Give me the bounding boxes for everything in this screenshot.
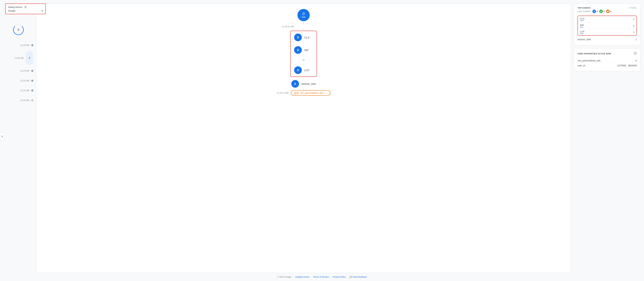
dropdown-arrow-icon: ▾ <box>42 10 43 12</box>
svg-point-3 <box>295 83 296 84</box>
gap-connector <box>304 56 304 56</box>
lcp-label: LCP <box>304 69 313 72</box>
param-row: 11:24:11 AM non_personalized_ads = ... <box>276 90 330 96</box>
time-1124: 11:24 AM <box>11 57 24 59</box>
dot-1121 <box>31 90 33 92</box>
footer: © 2024 Google | Analytics home | Terms o… <box>0 273 644 281</box>
param-icon <box>294 92 298 94</box>
prop-row-non-personalized: non_personalized_ads 0 <box>578 58 637 63</box>
flow-event-inp: INP <box>294 46 313 54</box>
session-count: 1 <box>636 38 637 41</box>
timeline-bubble-1124: 4 <box>26 51 33 65</box>
debug-panel: Debug Device 1 Google ▾ <box>5 4 46 14</box>
top-events-header: TOP EVENTS 4 TOTAL <box>578 7 637 9</box>
analytics-home-link[interactable]: Analytics home <box>295 276 309 278</box>
cls-name-col: CLS <box>580 17 584 21</box>
connector-line-2 <box>304 28 304 30</box>
event-type-badges: 4 0 0 <box>592 10 612 13</box>
connector-cls-inp <box>304 43 304 44</box>
timeline-entry-1123: 11:23 AM <box>4 66 33 76</box>
feedback-icon: 💬 <box>350 276 352 278</box>
prop-value-2: 1275305...3802935 <box>617 64 637 67</box>
svg-rect-8 <box>607 11 608 12</box>
badge-blue-count: 4 <box>597 10 598 13</box>
inp-count: 1 <box>633 24 634 27</box>
gap-connector-2 <box>304 64 304 64</box>
debug-label: Debug Device <box>8 6 22 8</box>
badge-blue: 4 <box>592 10 598 13</box>
session-start-icon <box>291 80 299 88</box>
debug-badge: 1 <box>24 6 27 8</box>
cls-label: CLS <box>304 36 313 39</box>
svg-rect-5 <box>297 92 298 94</box>
param-tag[interactable]: non_personalized_ads = ... <box>291 90 330 96</box>
event-new-bubble: 0 new <box>298 9 310 21</box>
inp-underline <box>580 27 583 27</box>
flow-event-session: session_start <box>291 80 316 88</box>
prop-value-1: 0 <box>636 59 637 62</box>
event-item-cls: CLS 1 <box>578 16 636 22</box>
dot-1122 <box>31 80 33 82</box>
user-props-title: USER PROPERTIES ACTIVE NOW <box>578 52 611 55</box>
event-flow-panel: 0 new 11:24:21 AM CLS <box>36 4 571 273</box>
session-start-name: session_start <box>578 38 591 41</box>
badge-green-count: 0 <box>604 10 605 13</box>
lcp-name: LCP <box>580 30 584 33</box>
svg-point-2 <box>298 69 298 70</box>
param-tag-label: non_personalized_ads = ... <box>300 92 327 94</box>
privacy-policy-link[interactable]: Privacy Policy <box>333 276 346 278</box>
time-1123: 11:23 AM <box>17 70 29 72</box>
inp-label: INP <box>304 48 313 52</box>
prop-name-1: non_personalized_ads <box>578 59 600 62</box>
connector-line-1 <box>304 22 304 26</box>
session-name-col: session_start <box>578 38 591 41</box>
terms-of-service-link[interactable]: Terms of Service <box>313 276 329 278</box>
badge-green-circle <box>599 10 603 13</box>
timeline-entry-1122: 11:22 AM <box>4 76 33 86</box>
connector-line-3 <box>304 78 304 79</box>
timeline-entry-1120: 11:20 AM <box>4 96 33 105</box>
inp-name-col: INP <box>580 24 584 27</box>
svg-marker-7 <box>600 11 602 12</box>
prop-name-2: user_id <box>578 64 585 67</box>
lcp-underline <box>580 34 584 34</box>
top-events-subtitle: LAST 30 MINS <box>578 10 590 12</box>
history-icon <box>633 52 637 56</box>
event-item-session-start: session_start 1 <box>578 37 637 42</box>
lcp-count: 1 <box>633 31 634 34</box>
timestamp-1: 11:24:21 AM <box>282 26 294 28</box>
badge-green: 0 <box>599 10 605 13</box>
timeline-top-circle: 0 <box>13 24 24 35</box>
cls-event-icon <box>294 34 302 41</box>
timeline-entries: 11:25 AM 11:24 AM 4 11:23 AM 11:22 AM 11… <box>4 40 33 105</box>
timeline-entry-1121: 11:21 AM <box>4 86 33 96</box>
session-start-label: session_start <box>302 82 316 85</box>
badge-orange-count: 0 <box>610 10 612 13</box>
cls-count: 1 <box>633 18 634 20</box>
cls-underline <box>580 20 584 21</box>
user-props-header: USER PROPERTIES ACTIVE NOW <box>578 52 637 56</box>
dot-1125 <box>31 44 33 46</box>
flow-event-lcp: LCP <box>294 66 313 74</box>
badge-blue-circle <box>592 10 596 13</box>
top-events-subheader: LAST 30 MINS 4 0 <box>578 10 637 13</box>
sidebar-toggle[interactable] <box>0 132 4 141</box>
timeline-section: 0 11:25 AM 11:24 AM 4 11:23 AM 11:22 AM <box>4 4 33 273</box>
flow-event-cls: CLS <box>294 34 313 41</box>
copyright: © 2024 Google <box>277 276 291 278</box>
main-content: Debug Device 1 Google ▾ 0 11:25 AM 11:24… <box>0 0 644 273</box>
dot-1123 <box>31 70 33 72</box>
user-properties-card: USER PROPERTIES ACTIVE NOW non_personali… <box>574 48 640 71</box>
dot-1120 <box>31 99 33 102</box>
top-events-title: TOP EVENTS <box>578 7 590 9</box>
gap-label: 8s <box>302 58 305 62</box>
top-events-card: TOP EVENTS 4 TOTAL LAST 30 MINS 4 <box>574 4 640 46</box>
send-feedback-link[interactable]: Send feedback <box>353 276 367 278</box>
event-list-highlighted: CLS 1 INP 1 LCP <box>578 16 637 36</box>
time-1125: 11:25 AM <box>17 44 29 46</box>
timeline-entry-1125: 11:25 AM <box>4 40 33 50</box>
debug-device-select[interactable]: Google ▾ <box>8 10 43 12</box>
time-1120: 11:20 AM <box>17 99 29 102</box>
lcp-event-icon <box>294 66 302 74</box>
prop-row-user-id: user_id 1275305...3802935 <box>578 63 637 68</box>
